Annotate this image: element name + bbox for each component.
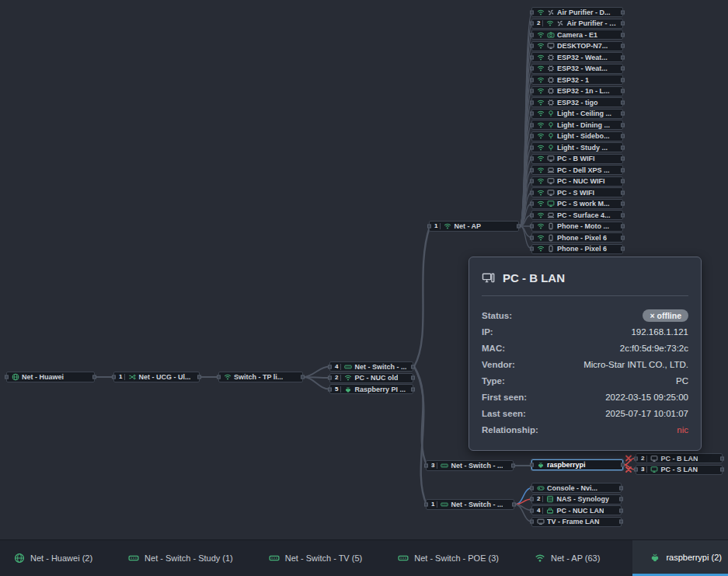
right-connector	[619, 508, 623, 512]
device-node[interactable]: Console - Nvi...	[531, 483, 622, 493]
detail-row: Type:PC	[482, 372, 688, 389]
right-connector	[621, 190, 625, 194]
node-label: Net - Switch - ...	[451, 501, 503, 508]
tab-net-huawei-2[interactable]: Net - Huawei (2)	[11, 540, 96, 576]
node-switch-tp-link[interactable]: Switch - TP li...	[218, 372, 303, 382]
device-node[interactable]: Light - Ceiling ...	[531, 109, 623, 119]
wifi-icon	[537, 54, 545, 61]
device-node[interactable]: Air Purifier - D...	[531, 7, 623, 17]
detail-label: Vendor:	[482, 360, 515, 369]
wifi-icon	[537, 144, 545, 152]
switch-icon	[398, 553, 409, 564]
device-node[interactable]: 4Net - Switch - ...	[329, 361, 413, 372]
left-connector	[530, 180, 534, 183]
chip-icon	[547, 87, 555, 95]
chip-icon	[547, 76, 555, 84]
tab-label: Net - Huawei (2)	[30, 553, 92, 563]
switch-icon	[128, 553, 139, 564]
status-badge: × offline	[643, 309, 688, 322]
device-node[interactable]: PC - S WIFI	[531, 187, 623, 197]
left-connector	[530, 67, 534, 71]
left-connector	[530, 22, 534, 26]
device-node[interactable]: Phone - Pixel 6	[531, 244, 623, 254]
node-net-switch-poe[interactable]: 3Net - Switch - ...	[426, 460, 514, 471]
node-label: Phone - Pixel 6	[557, 234, 607, 242]
node-net-switch-tv[interactable]: 1Net - Switch - ...	[426, 499, 514, 510]
tab-net-switch-tv-5[interactable]: Net - Switch - TV (5)	[266, 540, 365, 576]
device-node[interactable]: 4PC - NUC LAN	[531, 505, 622, 515]
tab-net-switch-poe-3[interactable]: Net - Switch - POE (3)	[395, 540, 502, 576]
gamepad-icon	[537, 484, 545, 492]
left-connector	[530, 213, 534, 217]
device-node[interactable]: ESP32 - 1	[531, 75, 623, 85]
device-node[interactable]: Phone - Pixel 6	[531, 232, 623, 243]
device-node[interactable]: 3PC - S LAN	[636, 465, 723, 475]
node-label: PC - NUC LAN	[556, 507, 604, 515]
device-node[interactable]: ESP32 - Weat...	[531, 52, 623, 62]
globe-icon	[12, 373, 19, 381]
left-connector	[530, 89, 534, 93]
wifi-icon	[537, 132, 545, 140]
device-node[interactable]: 2Air Purifier - X...	[531, 19, 623, 29]
device-node[interactable]: 2PC - NUC old	[329, 373, 413, 383]
wifi-icon	[537, 222, 545, 230]
device-node[interactable]: Light - Sidebo...	[531, 131, 623, 141]
node-net-huawei[interactable]: Net - Huawei	[6, 372, 95, 382]
monitor-icon	[650, 455, 658, 463]
node-raspberrypi-selected[interactable]: raspberrypi	[531, 459, 623, 470]
node-label: Light - Dining ...	[557, 121, 610, 129]
node-label: Switch - TP li...	[234, 373, 283, 381]
detail-row: Last seen:2025-07-17 10:01:07	[482, 405, 688, 421]
tab-raspberrypi-2[interactable]: raspberrypi (2)	[632, 540, 728, 576]
tv-icon	[537, 518, 545, 525]
wifi-icon	[537, 76, 545, 84]
right-connector	[621, 168, 625, 172]
device-node[interactable]: PC - S work M...	[531, 199, 623, 209]
switch-icon	[344, 363, 352, 371]
port-badge: 1	[431, 501, 437, 508]
device-node[interactable]: ESP32 - Weat...	[531, 64, 623, 74]
right-connector	[621, 463, 625, 467]
device-node[interactable]: Phone - Moto ...	[531, 222, 623, 232]
wifi-icon	[537, 234, 545, 242]
node-label: TV - Frame LAN	[547, 518, 600, 525]
tab-net-ap-63[interactable]: Net - AP (63)	[531, 540, 603, 576]
left-connector	[634, 456, 638, 460]
device-node[interactable]: PC - NUC WIFI	[531, 176, 623, 187]
tab-label: raspberrypi (2)	[666, 553, 722, 562]
device-node[interactable]: 2PC - B LAN	[636, 453, 723, 463]
left-connector	[530, 157, 534, 161]
device-node[interactable]: TV - Frame LAN	[531, 517, 622, 527]
detail-value: 2c:f0:5d:9e:73:2c	[620, 344, 688, 353]
device-node[interactable]: DESKTOP-N7...	[531, 41, 623, 51]
device-node[interactable]: ESP32 - 1n - L...	[531, 86, 623, 96]
bulb-icon	[547, 110, 555, 117]
left-connector	[530, 520, 534, 524]
device-node[interactable]: Camera - E1	[531, 30, 623, 40]
wifi-icon	[537, 42, 545, 50]
device-node[interactable]: 2NAS - Synology	[531, 494, 622, 504]
device-node[interactable]: PC - Surface 4...	[531, 210, 623, 220]
monitor-icon	[547, 42, 555, 50]
switch-icon	[269, 553, 280, 564]
device-node[interactable]: ESP32 - tigo	[531, 97, 623, 107]
raspberry-icon	[650, 552, 660, 563]
left-connector	[530, 463, 534, 467]
left-connector	[424, 464, 428, 468]
wifi-icon	[537, 177, 545, 185]
wifi-icon	[537, 211, 545, 219]
device-node[interactable]: Light - Study ...	[531, 142, 623, 152]
detail-label: MAC:	[482, 344, 505, 353]
port-badge: 3	[641, 466, 647, 473]
device-node[interactable]: Light - Dining ...	[531, 120, 623, 130]
node-net-ucg[interactable]: 1Net - UCG - Ul...	[113, 372, 200, 382]
device-node[interactable]: 5Raspberry PI ...	[329, 384, 413, 394]
device-node[interactable]: PC - Dell XPS ...	[531, 165, 623, 175]
node-net-ap[interactable]: 1Net - AP	[429, 221, 519, 232]
tab-net-switch-study-1[interactable]: Net - Switch - Study (1)	[125, 540, 236, 576]
wifi-icon	[537, 189, 545, 197]
detail-value: 192.168.1.121	[631, 327, 688, 337]
bottom-tab-bar: Net - Huawei (2)Net - Switch - Study (1)…	[0, 539, 728, 576]
device-node[interactable]: PC - B WIFI	[531, 154, 623, 164]
right-connector	[621, 213, 625, 217]
